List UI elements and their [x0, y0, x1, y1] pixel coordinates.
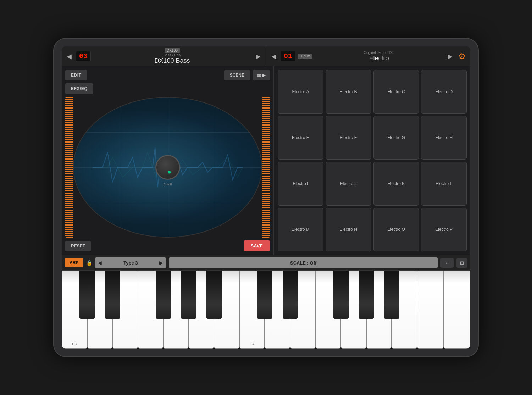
- preset-category-right: Original Tempo 125: [364, 51, 394, 55]
- ipad-frame: ◀ 03 DX100 Bass / Poly DX100 Bass ▶ ◀ 01…: [53, 38, 479, 357]
- knob-label: Cutoff: [164, 183, 172, 186]
- orange-bar-right: [262, 97, 270, 238]
- drum-pad-electro-e[interactable]: Electro E: [278, 116, 323, 160]
- drum-pad-electro-o[interactable]: Electro O: [373, 208, 419, 252]
- scale-selector[interactable]: SCALE : Off: [169, 257, 438, 268]
- octave-label-C3: C3: [72, 342, 77, 346]
- cutoff-knob[interactable]: Cutoff: [155, 155, 180, 180]
- black-key-oct0-pos5[interactable]: [206, 271, 222, 319]
- drum-pad-electro-b[interactable]: Electro B: [326, 70, 371, 114]
- octave-button[interactable]: ↔: [440, 258, 454, 268]
- settings-gear-icon[interactable]: ⚙: [457, 50, 467, 63]
- arp-type-label: Type 3: [123, 260, 138, 266]
- controls-row-efx: EFX/EQ: [65, 83, 270, 94]
- drum-pad-electro-j[interactable]: Electro J: [326, 162, 371, 206]
- piano-keyboard: C3C4: [62, 271, 470, 349]
- header-left: ◀ 03 DX100 Bass / Poly DX100 Bass ▶: [62, 46, 266, 66]
- black-key-oct1-pos5[interactable]: [384, 271, 399, 319]
- arp-type-prev-arrow[interactable]: ◀: [96, 260, 103, 266]
- drum-pad-electro-p[interactable]: Electro P: [421, 208, 467, 252]
- save-button[interactable]: SAVE: [244, 240, 270, 251]
- arp-type-selector: ◀ Type 3 ▶: [95, 257, 166, 268]
- preset-number-right: 01: [281, 51, 295, 61]
- drum-pad-electro-l[interactable]: Electro L: [421, 162, 467, 206]
- drum-pad-electro-c[interactable]: Electro C: [373, 70, 419, 114]
- preset-info-right: Original Tempo 125 Electro: [315, 51, 443, 62]
- knob-position-indicator: [167, 170, 171, 174]
- orange-bar-left: [65, 97, 73, 238]
- grid-view-button[interactable]: ⊞: [456, 258, 467, 268]
- drum-pad-electro-f[interactable]: Electro F: [326, 116, 371, 160]
- lock-icon[interactable]: 🔒: [86, 260, 92, 266]
- black-key-oct1-pos0[interactable]: [257, 271, 272, 319]
- preset-info-left: DX100 Bass / Poly DX100 Bass: [93, 48, 251, 65]
- sequencer-play-icon: ▶: [262, 73, 266, 78]
- drum-pad-electro-n[interactable]: Electro N: [326, 208, 371, 252]
- sequencer-grid-icon: ▦: [257, 73, 261, 78]
- sequencer-button[interactable]: ▦ ▶: [253, 70, 270, 80]
- bottom-controls: RESET SAVE: [65, 240, 270, 251]
- arp-type-next-arrow[interactable]: ▶: [158, 260, 165, 266]
- drum-pad-electro-i[interactable]: Electro I: [278, 162, 323, 206]
- ipad-screen: ◀ 03 DX100 Bass / Poly DX100 Bass ▶ ◀ 01…: [62, 46, 470, 349]
- prev-preset-arrow-right[interactable]: ◀: [269, 51, 278, 62]
- white-key-extra-0[interactable]: [417, 271, 444, 349]
- arp-button[interactable]: ARP: [65, 258, 83, 267]
- black-key-oct0-pos3[interactable]: [156, 271, 171, 319]
- drum-pad-electro-k[interactable]: Electro K: [373, 162, 419, 206]
- next-preset-arrow-left[interactable]: ▶: [254, 51, 263, 62]
- xy-pad-container: Cutoff: [65, 97, 270, 238]
- edit-button[interactable]: EDIT: [65, 70, 87, 80]
- preset-tag-drum: DRUM: [298, 54, 312, 59]
- white-key-extra-1[interactable]: [444, 271, 470, 349]
- efxeq-button[interactable]: EFX/EQ: [65, 83, 93, 94]
- arp-row: ARP 🔒 ◀ Type 3 ▶ SCALE : Off ↔ ⊞: [62, 255, 470, 271]
- knob-outer: [155, 155, 180, 180]
- black-key-oct1-pos3[interactable]: [333, 271, 349, 319]
- header-right: ◀ 01 DRUM Original Tempo 125 Electro ▶ ⚙: [266, 46, 470, 66]
- drum-pad-electro-g[interactable]: Electro G: [373, 116, 419, 160]
- drum-pad-electro-a[interactable]: Electro A: [278, 70, 323, 114]
- black-key-oct1-pos1[interactable]: [283, 271, 298, 319]
- controls-row-top: EDIT SCENE ▦ ▶: [65, 70, 270, 80]
- drum-pad-electro-d[interactable]: Electro D: [421, 70, 467, 114]
- preset-number-left: 03: [76, 51, 91, 61]
- black-key-oct0-pos0[interactable]: [79, 271, 95, 319]
- preset-tag-left: DX100: [165, 48, 180, 53]
- preset-name-left: DX100 Bass: [154, 57, 190, 65]
- xy-pad[interactable]: Cutoff: [73, 97, 262, 238]
- left-panel: EDIT SCENE ▦ ▶ EFX/EQ: [62, 66, 274, 255]
- drum-pad-electro-m[interactable]: Electro M: [278, 208, 323, 252]
- preset-name-right: Electro: [369, 55, 389, 62]
- scene-button[interactable]: SCENE: [224, 70, 250, 80]
- prev-preset-arrow-left[interactable]: ◀: [65, 51, 74, 62]
- black-key-oct1-pos4[interactable]: [359, 271, 374, 319]
- octave-group-C3: C3: [62, 271, 239, 349]
- octave-label-C4: C4: [250, 342, 254, 346]
- black-key-oct0-pos1[interactable]: [105, 271, 120, 319]
- main-content: EDIT SCENE ▦ ▶ EFX/EQ: [62, 66, 470, 255]
- drum-pads-grid: Electro AElectro BElectro CElectro DElec…: [274, 66, 470, 255]
- next-preset-arrow-right[interactable]: ▶: [445, 51, 455, 62]
- scale-label: SCALE : Off: [290, 260, 316, 266]
- preset-category-left: Bass / Poly: [163, 53, 181, 57]
- black-key-oct0-pos4[interactable]: [181, 271, 196, 319]
- octave-group-C4: C4: [239, 271, 417, 349]
- drum-pad-electro-h[interactable]: Electro H: [421, 116, 467, 160]
- header-row: ◀ 03 DX100 Bass / Poly DX100 Bass ▶ ◀ 01…: [62, 46, 470, 66]
- reset-button[interactable]: RESET: [65, 241, 91, 251]
- right-controls: SCENE ▦ ▶: [224, 70, 270, 80]
